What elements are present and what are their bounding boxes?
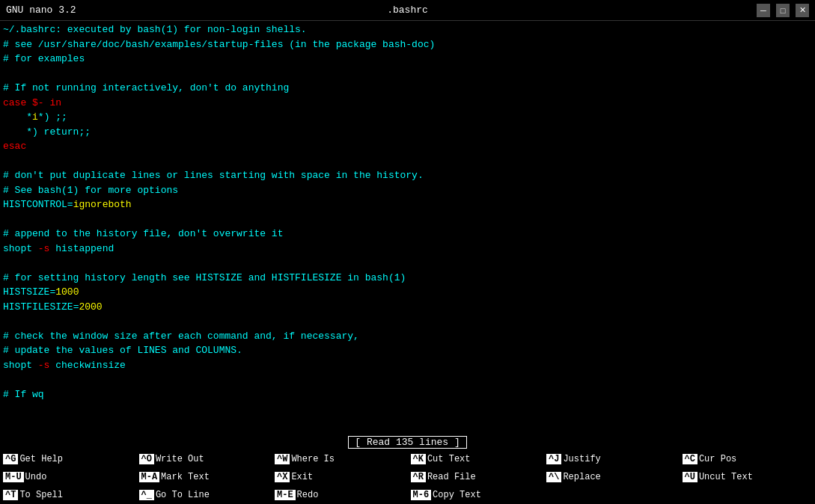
file-title: .bashrc — [387, 4, 428, 16]
shortcut-key: ^J — [546, 454, 561, 464]
status-bar: [ Read 135 lines ] — [0, 434, 815, 450]
shortcut-key: ^\ — [546, 472, 561, 482]
shortcut-label: Go To Line — [156, 490, 210, 500]
editor-line — [3, 256, 812, 271]
shortcut-item[interactable]: ^WWhere Is — [272, 450, 408, 468]
close-button[interactable]: ✕ — [796, 4, 809, 17]
shortcut-label: Where Is — [291, 454, 335, 464]
shortcut-item[interactable]: M-AMark Text — [136, 468, 272, 486]
shortcut-item[interactable]: ^_Go To Line — [136, 486, 272, 504]
shortcut-label: Get Help — [19, 454, 63, 464]
shortcut-key: ^G — [3, 454, 18, 464]
shortcut-key: ^K — [411, 454, 426, 464]
editor-area: ~/.bashrc: executed by bash(1) for non-l… — [0, 21, 815, 434]
shortcut-label: Mark Text — [161, 472, 210, 482]
shortcut-item[interactable]: ^XExit — [272, 468, 408, 486]
shortcut-item[interactable]: M-6Copy Text — [408, 486, 544, 504]
titlebar: GNU nano 3.2 .bashrc ─ □ ✕ — [0, 0, 815, 21]
editor-line — [3, 154, 812, 169]
shortcut-item[interactable]: ^RRead File — [408, 468, 544, 486]
editor-line: *i*) ;; — [3, 110, 812, 125]
shortcut-label: Replace — [563, 472, 600, 482]
shortcut-key: M-U — [3, 472, 24, 482]
editor-line: # for examples — [3, 52, 812, 67]
shortcut-item[interactable]: ^GGet Help — [0, 450, 136, 468]
shortcut-key: M-6 — [411, 490, 432, 500]
status-text: [ Read 135 lines ] — [348, 436, 466, 449]
editor-line: *) return;; — [3, 125, 812, 140]
editor-line — [3, 314, 812, 329]
editor-line — [3, 372, 812, 387]
shortcut-key: ^C — [683, 454, 698, 464]
shortcut-label: Uncut Text — [699, 472, 753, 482]
editor-line — [3, 67, 812, 82]
shortcut-key: M-E — [275, 490, 296, 500]
editor-line: # don't put duplicate lines or lines sta… — [3, 168, 812, 183]
editor-line — [3, 212, 812, 227]
editor-line: shopt -s histappend — [3, 242, 812, 256]
editor-line: # update the values of LINES and COLUMNS… — [3, 343, 812, 358]
shortcut-item[interactable]: ^TTo Spell — [0, 486, 136, 504]
editor-line: # see /usr/share/doc/bash/examples/start… — [3, 37, 812, 52]
shortcut-label: Cut Text — [427, 454, 471, 464]
editor-line: esac — [3, 139, 812, 154]
editor-line: # If wq — [3, 387, 812, 402]
shortcuts-bar: ^GGet Help^OWrite Out^WWhere Is^KCut Tex… — [0, 450, 815, 504]
editor-line: HISTFILESIZE=2000 — [3, 300, 812, 315]
shortcut-label: Cur Pos — [699, 454, 736, 464]
shortcut-key: ^T — [3, 490, 18, 500]
shortcut-item[interactable]: ^OWrite Out — [136, 450, 272, 468]
shortcut-item[interactable]: ^JJustify — [543, 450, 680, 468]
editor-line: HISTSIZE=1000 — [3, 285, 812, 300]
shortcut-label: Undo — [25, 472, 47, 482]
shortcut-item[interactable]: M-ERedo — [272, 486, 408, 504]
shortcut-key: ^R — [411, 472, 426, 482]
shortcut-item[interactable]: ^KCut Text — [408, 450, 544, 468]
shortcut-item[interactable]: ^UUncut Text — [680, 468, 816, 486]
editor-line: # check the window size after each comma… — [3, 329, 812, 344]
editor-line: # See bash(1) for more options — [3, 183, 812, 198]
shortcut-label: Write Out — [156, 454, 204, 464]
shortcut-label: Read File — [427, 472, 476, 482]
app-title: GNU nano 3.2 — [6, 4, 76, 16]
editor-line: # If not running interactively, don't do… — [3, 81, 812, 96]
window-controls: ─ □ ✕ — [757, 4, 809, 17]
shortcut-item[interactable]: M-UUndo — [0, 468, 136, 486]
shortcut-label: Copy Text — [433, 490, 481, 500]
shortcut-label: Justify — [563, 454, 600, 464]
shortcut-item[interactable]: ^CCur Pos — [680, 450, 816, 468]
shortcut-key: ^U — [683, 472, 698, 482]
shortcut-label: To Spell — [19, 490, 63, 500]
minimize-button[interactable]: ─ — [757, 4, 770, 17]
shortcut-key: M-A — [139, 472, 160, 482]
shortcut-key: ^O — [139, 454, 154, 464]
editor-line: shopt -s checkwinsize — [3, 358, 812, 373]
shortcut-item[interactable]: ^\Replace — [543, 468, 680, 486]
maximize-button[interactable]: □ — [776, 4, 790, 17]
shortcut-label: Exit — [291, 472, 313, 482]
editor-line: # append to the history file, don't over… — [3, 227, 812, 242]
editor-line: case $- in — [3, 96, 812, 111]
shortcut-key: ^_ — [139, 490, 154, 500]
shortcut-key: ^W — [275, 454, 290, 464]
editor-line: HISTCONTROL=ignoreboth — [3, 197, 812, 212]
shortcut-label: Redo — [297, 490, 319, 500]
editor-line: ~/.bashrc: executed by bash(1) for non-l… — [3, 22, 812, 37]
shortcut-key: ^X — [275, 472, 290, 482]
editor-line: # for setting history length see HISTSIZ… — [3, 271, 812, 286]
